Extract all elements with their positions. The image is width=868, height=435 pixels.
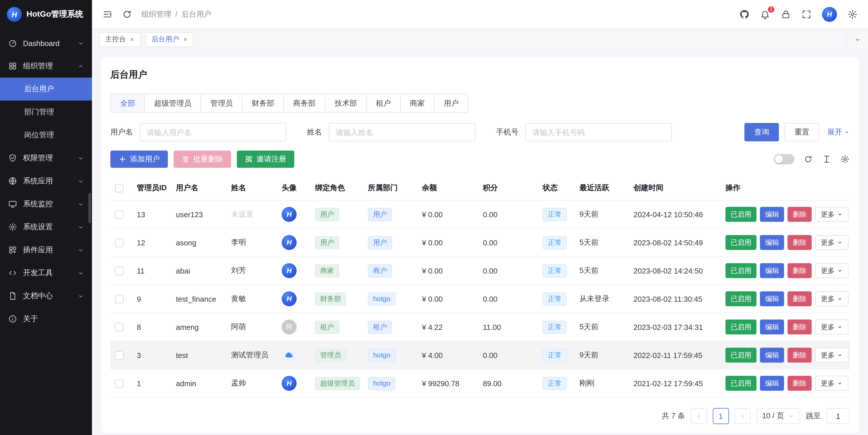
row-checkbox[interactable] [115,379,124,388]
row-checkbox[interactable] [115,295,124,303]
filter-tab[interactable]: 管理员 [201,94,243,113]
table-settings-icon[interactable] [840,155,849,164]
sidebar-item-dev-tools[interactable]: 开发工具 [0,261,92,284]
breadcrumb-item[interactable]: 组织管理 [142,9,171,19]
sidebar-item-dashboard[interactable]: Dashboard [0,32,92,55]
chevron-down-icon [78,178,84,184]
more-button[interactable]: 更多 [815,207,848,222]
jump-page-input[interactable] [827,408,849,424]
add-user-button[interactable]: 添加用户 [111,151,168,168]
github-icon[interactable] [739,9,750,19]
filter-tab[interactable]: 超级管理员 [145,94,201,113]
filter-tab[interactable]: 商务部 [284,94,326,113]
more-button[interactable]: 更多 [815,376,848,391]
user-avatar[interactable]: H [822,7,837,22]
menu-fold-icon[interactable] [102,9,113,19]
sidebar-subitem-posts[interactable]: 岗位管理 [0,124,92,147]
more-button[interactable]: 更多 [815,348,848,363]
sidebar-item-system-settings[interactable]: 系统设置 [0,216,92,239]
lock-icon[interactable] [781,9,791,19]
bell-icon[interactable]: 1 [760,9,770,19]
sidebar-item-about[interactable]: 关于 [0,307,92,331]
fullscreen-icon[interactable] [801,9,812,19]
edit-button[interactable]: 编辑 [760,348,784,363]
edit-button[interactable]: 编辑 [760,291,784,306]
reset-button[interactable]: 重置 [785,123,819,142]
enabled-button[interactable]: 已启用 [725,348,756,363]
delete-button[interactable]: 删除 [787,207,812,222]
row-checkbox[interactable] [115,239,124,247]
more-button[interactable]: 更多 [815,319,848,335]
role-tag: 管理员 [315,348,346,362]
delete-button[interactable]: 删除 [787,291,812,306]
delete-button[interactable]: 删除 [787,319,812,335]
table-striped-toggle[interactable] [774,154,795,164]
cell-last-active: 9天前 [575,200,629,228]
sidebar-item-docs[interactable]: 文档中心 [0,284,92,307]
sidebar-item-system-monitor[interactable]: 系统监控 [0,192,92,216]
sidebar-item-plugins[interactable]: 插件应用 [0,239,92,261]
filter-tab[interactable]: 商家 [401,94,435,113]
row-checkbox[interactable] [115,323,124,332]
page-size-select[interactable]: 10 / 页 [756,408,800,424]
filter-tab[interactable]: 技术部 [326,94,367,113]
filter-tab[interactable]: 全部 [111,94,145,113]
expand-link[interactable]: 展开 [827,127,849,137]
batch-delete-button[interactable]: 批量删除 [174,151,231,168]
enabled-button[interactable]: 已启用 [725,376,756,391]
query-button[interactable]: 查询 [744,123,779,142]
row-avatar-cloud-icon [282,348,297,363]
tabs-dropdown-button[interactable] [846,29,868,50]
refresh-icon[interactable] [122,9,132,19]
enabled-button[interactable]: 已启用 [725,235,756,250]
tab-chip[interactable]: 主控台× [99,32,141,47]
prev-page-button[interactable] [691,408,707,424]
row-checkbox[interactable] [115,267,124,275]
cell-last-active: 5天前 [575,256,629,285]
delete-button[interactable]: 删除 [787,263,812,278]
delete-button[interactable]: 删除 [787,376,812,391]
more-button[interactable]: 更多 [815,291,848,306]
phone-input[interactable] [525,123,672,142]
name-input[interactable] [329,123,475,142]
table-density-icon[interactable] [822,155,831,164]
delete-button[interactable]: 删除 [787,348,812,363]
tab-chip[interactable]: 后台用户× [145,32,194,47]
edit-button[interactable]: 编辑 [760,207,784,222]
filter-tab[interactable]: 用户 [435,94,468,113]
sidebar-subitem-admin-users[interactable]: 后台用户 [0,77,92,100]
settings-gear-icon[interactable] [847,9,858,19]
row-checkbox[interactable] [115,210,124,219]
tab-close-icon[interactable]: × [183,36,187,43]
cell-name: 阿萌 [226,313,277,341]
app-logo[interactable]: H HotGo管理系统 [0,0,92,29]
edit-button[interactable]: 编辑 [760,263,784,278]
sidebar-item-system-apps[interactable]: 系统应用 [0,169,92,192]
edit-button[interactable]: 编辑 [760,235,784,250]
delete-button[interactable]: 删除 [787,235,812,250]
table-row: 11abai刘芳H商家商户¥ 0.000.00正常5天前2023-08-02 1… [111,256,849,285]
filter-tab[interactable]: 租户 [367,94,401,113]
enabled-button[interactable]: 已启用 [725,207,756,222]
table-refresh-icon[interactable] [804,155,813,164]
sidebar-scrollbar[interactable] [89,193,91,223]
more-button[interactable]: 更多 [815,263,848,278]
invite-register-button[interactable]: 邀请注册 [237,151,294,168]
cell-username: test_finance [171,285,226,313]
enabled-button[interactable]: 已启用 [725,319,756,335]
row-checkbox[interactable] [115,351,124,360]
sidebar-item-organization[interactable]: 组织管理 [0,55,92,77]
enabled-button[interactable]: 已启用 [725,263,756,278]
filter-tab[interactable]: 财务部 [243,94,284,113]
sidebar-item-permissions[interactable]: 权限管理 [0,147,92,169]
enabled-button[interactable]: 已启用 [725,291,756,306]
tab-close-icon[interactable]: × [130,36,134,43]
edit-button[interactable]: 编辑 [760,319,784,335]
page-number-button[interactable]: 1 [713,408,728,424]
select-all-checkbox[interactable] [115,184,124,192]
more-button[interactable]: 更多 [815,235,848,250]
edit-button[interactable]: 编辑 [760,376,784,391]
sidebar-subitem-departments[interactable]: 部门管理 [0,100,92,124]
username-input[interactable] [140,123,286,142]
next-page-button[interactable] [734,408,750,424]
